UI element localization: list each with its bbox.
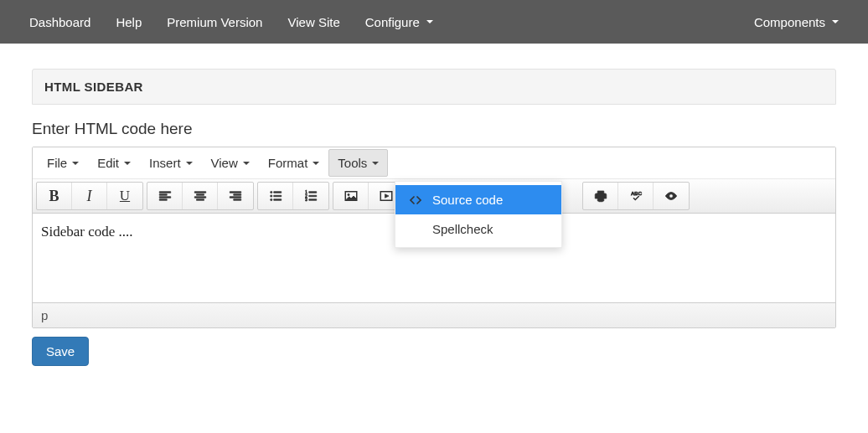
menu-format[interactable]: Format bbox=[259, 149, 329, 177]
editor-statusbar[interactable]: p bbox=[33, 302, 835, 327]
preview-button[interactable] bbox=[654, 183, 689, 209]
numbered-list-button[interactable]: 123 bbox=[293, 183, 328, 209]
svg-point-2 bbox=[270, 198, 271, 200]
underline-button[interactable]: U bbox=[107, 183, 142, 209]
menu-label: Edit bbox=[97, 156, 119, 170]
dropdown-item-spellcheck[interactable]: Spellcheck bbox=[395, 214, 561, 244]
main-content: HTML SIDEBAR Enter HTML code here FileEd… bbox=[0, 44, 868, 383]
topnav-item-label: Configure bbox=[365, 15, 420, 29]
topnav-left-1[interactable]: Help bbox=[103, 2, 154, 43]
caret-down-icon bbox=[243, 162, 250, 165]
svg-point-1 bbox=[270, 195, 271, 197]
dropdown-item-label: Source code bbox=[432, 193, 503, 207]
panel-title: HTML SIDEBAR bbox=[32, 69, 836, 105]
image-button[interactable] bbox=[333, 183, 369, 209]
dropdown-item-source-code[interactable]: Source code bbox=[395, 185, 561, 214]
code-icon bbox=[409, 193, 422, 207]
menu-label: View bbox=[211, 156, 238, 170]
italic-button[interactable]: I bbox=[72, 183, 107, 209]
menu-label: Format bbox=[268, 156, 308, 170]
topnav-item-label: View Site bbox=[287, 15, 339, 29]
menu-label: Tools bbox=[338, 156, 367, 170]
caret-down-icon bbox=[124, 162, 131, 165]
menu-label: File bbox=[47, 156, 67, 170]
topnav-left-2[interactable]: Premium Version bbox=[154, 2, 275, 43]
caret-down-icon bbox=[313, 162, 319, 165]
svg-point-7 bbox=[347, 193, 349, 195]
topnav-item-label: Dashboard bbox=[29, 15, 90, 29]
editor: FileEditInsertViewFormatTools Source cod… bbox=[32, 147, 836, 328]
topnav-left-0[interactable]: Dashboard bbox=[17, 2, 103, 43]
save-button[interactable]: Save bbox=[32, 337, 89, 366]
caret-down-icon bbox=[72, 162, 79, 165]
caret-down-icon bbox=[186, 162, 193, 165]
spellcheck-button[interactable]: ABC bbox=[618, 183, 654, 209]
svg-point-0 bbox=[270, 191, 271, 193]
topnav-right-0[interactable]: Components bbox=[741, 2, 851, 43]
menu-insert[interactable]: Insert bbox=[140, 149, 202, 177]
top-navigation: DashboardHelpPremium VersionView SiteCon… bbox=[0, 0, 868, 44]
topnav-item-label: Components bbox=[754, 15, 825, 29]
topnav-right: Components bbox=[741, 2, 851, 43]
print-button[interactable] bbox=[583, 183, 618, 209]
topnav-item-label: Premium Version bbox=[167, 15, 262, 29]
topnav-left: DashboardHelpPremium VersionView SiteCon… bbox=[17, 2, 446, 43]
topnav-left-3[interactable]: View Site bbox=[275, 2, 352, 43]
caret-down-icon bbox=[372, 162, 379, 165]
menu-tools[interactable]: Tools bbox=[328, 149, 388, 177]
bullet-list-button[interactable] bbox=[258, 183, 293, 209]
menu-file[interactable]: File bbox=[38, 149, 88, 177]
field-label: Enter HTML code here bbox=[32, 120, 836, 138]
tools-dropdown: Source codeSpellcheck bbox=[395, 181, 562, 248]
align-right-button[interactable] bbox=[218, 183, 253, 209]
menu-edit[interactable]: Edit bbox=[88, 149, 140, 177]
svg-text:3: 3 bbox=[305, 198, 307, 202]
caret-down-icon bbox=[426, 20, 433, 23]
topnav-left-4[interactable]: Configure bbox=[353, 2, 446, 43]
caret-down-icon bbox=[832, 20, 839, 23]
menu-view[interactable]: View bbox=[202, 149, 259, 177]
align-left-button[interactable] bbox=[147, 183, 183, 209]
editor-menubar: FileEditInsertViewFormatTools bbox=[33, 147, 835, 179]
menu-label: Insert bbox=[149, 156, 181, 170]
topnav-item-label: Help bbox=[116, 15, 142, 29]
dropdown-item-label: Spellcheck bbox=[432, 222, 493, 236]
align-center-button[interactable] bbox=[183, 183, 218, 209]
bold-button[interactable]: B bbox=[37, 183, 72, 209]
svg-text:ABC: ABC bbox=[631, 191, 643, 196]
